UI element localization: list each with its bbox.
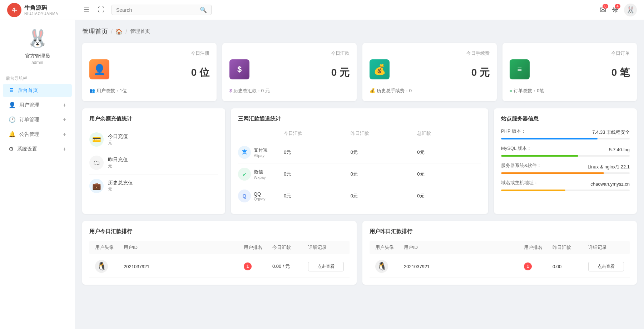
yesterday-row-rank-badge: 1 bbox=[524, 262, 532, 270]
server-domain-value: chaowan.ymysz.cn bbox=[590, 181, 630, 187]
today-col-rank: 用户排名 bbox=[244, 244, 272, 251]
server-domain-progress bbox=[501, 190, 630, 191]
alipay-yesterday: 0元 bbox=[351, 149, 415, 156]
recharge-title: 用户余额充值统计 bbox=[89, 116, 218, 122]
search-box: 🔍 bbox=[112, 5, 212, 15]
fee-footer-label: 历史总手续费：0 bbox=[377, 88, 412, 93]
payment-row-alipay: 支 支付宝 Alipay 0元 0元 0元 bbox=[238, 142, 481, 163]
server-os-fill bbox=[501, 172, 604, 174]
sidebar-item-user[interactable]: 👤 用户管理 + bbox=[3, 98, 72, 112]
server-mysql-fill bbox=[501, 155, 578, 157]
today-row-rank-cell: 1 bbox=[244, 262, 272, 270]
recharge-yesterday-icon: 🗂 bbox=[89, 156, 104, 170]
sidebar-label-settings: 系统设置 bbox=[17, 146, 63, 152]
recharge-total-label: 历史总充值 bbox=[108, 180, 218, 186]
stat-card-register-footer: 👥 用户总数：1位 bbox=[89, 84, 209, 94]
nav-controls: ☰ ⛶ 🔍 bbox=[82, 5, 600, 15]
notification-badge: 0 bbox=[603, 4, 608, 9]
sidebar-item-order[interactable]: 🕐 订单管理 + bbox=[3, 113, 72, 127]
server-php-label: PHP 版本： bbox=[501, 128, 526, 134]
recharge-total-info: 历史总充值 元 bbox=[108, 180, 218, 192]
stat-card-fee-header: 今日手续费 bbox=[370, 50, 490, 57]
qq-yesterday: 0元 bbox=[351, 193, 415, 199]
payment-card: 三网汇款通道统计 今日汇款 昨日汇款 总汇款 支 支付宝 Alipay bbox=[231, 108, 488, 214]
server-mysql-value: 5.7.40-log bbox=[609, 147, 630, 152]
payment-qq-cell: Q QQ Qqpay bbox=[238, 190, 281, 202]
wechat-total: 0元 bbox=[417, 171, 481, 177]
wechat-name: 微信 bbox=[254, 169, 266, 175]
alipay-name-block: 支付宝 Alipay bbox=[254, 147, 268, 158]
payment-table: 今日汇款 昨日汇款 总汇款 支 支付宝 Alipay 0元 0元 0元 bbox=[238, 128, 481, 207]
nav-right: ✉ 0 ❋ 4 🐰 bbox=[600, 4, 637, 16]
stat-card-order: 今日订单 ≡ 0 笔 ≡ 订单总数：0笔 bbox=[502, 43, 637, 101]
search-button[interactable]: 🔍 bbox=[200, 6, 207, 13]
yesterday-detail-button[interactable]: 点击查看 bbox=[588, 262, 624, 271]
register-icon: 👤 bbox=[89, 59, 109, 79]
today-row-amount: 0.00 / 元 bbox=[272, 263, 308, 270]
remit-value: 0 元 bbox=[255, 66, 350, 79]
notification-icon[interactable]: ✉ 0 bbox=[600, 5, 606, 15]
notice-expand-icon[interactable]: + bbox=[63, 131, 66, 138]
recharge-today-sub: 元 bbox=[108, 140, 218, 146]
server-php: PHP 版本： 7.4.33 非线程安全 bbox=[501, 128, 630, 139]
order-value: 0 笔 bbox=[535, 66, 630, 79]
yesterday-row-amount: 0.00 bbox=[553, 264, 588, 269]
today-row-id: 2021037921 bbox=[124, 264, 244, 269]
fullscreen-icon-button[interactable]: ⛶ bbox=[96, 5, 106, 15]
user-expand-icon[interactable]: + bbox=[63, 102, 66, 108]
sidebar-item-settings[interactable]: ⚙ 系统设置 + bbox=[3, 142, 72, 156]
today-col-id: 用户ID bbox=[124, 244, 244, 251]
fee-value: 0 元 bbox=[395, 66, 490, 79]
breadcrumb: 管理首页 / 🏠 / 管理首页 bbox=[82, 27, 637, 36]
middle-row: 用户余额充值统计 💳 今日充值 元 🗂 昨日充值 元 💼 历史总充值 bbox=[82, 108, 637, 214]
wechat-icon: ✓ bbox=[238, 168, 251, 181]
server-title: 站点服务器信息 bbox=[501, 116, 630, 122]
qq-name-block: QQ Qqpay bbox=[254, 191, 265, 201]
yesterday-ranking-header: 用户头像 用户ID 用户排名 昨日汇款 详细记录 bbox=[370, 241, 630, 254]
user-avatar: 🐰 bbox=[26, 27, 49, 50]
recharge-item-total: 💼 历史总充值 元 bbox=[89, 175, 218, 197]
recharge-today-info: 今日充值 元 bbox=[108, 133, 218, 146]
server-php-value: 7.4.33 非线程安全 bbox=[592, 129, 630, 136]
today-ranking-card: 用户今日汇款排行 用户头像 用户ID 用户排名 今日汇款 详细记录 🐧 2021… bbox=[82, 221, 357, 285]
stat-card-fee-body: 💰 0 元 bbox=[370, 59, 490, 79]
breadcrumb-sep2: / bbox=[125, 28, 127, 35]
server-php-row: PHP 版本： 7.4.33 非线程安全 bbox=[501, 128, 630, 137]
today-ranking-table: 用户头像 用户ID 用户排名 今日汇款 详细记录 🐧 2021037921 1 … bbox=[89, 241, 350, 278]
sidebar-label-notice: 公告管理 bbox=[19, 131, 63, 138]
qq-today: 0元 bbox=[284, 193, 348, 199]
order-expand-icon[interactable]: + bbox=[63, 117, 66, 123]
today-row-avatar: 🐧 bbox=[95, 260, 108, 273]
today-detail-button[interactable]: 点击查看 bbox=[308, 262, 344, 271]
wechat-today: 0元 bbox=[284, 171, 348, 177]
apps-icon[interactable]: ❋ 4 bbox=[612, 5, 618, 15]
sidebar-item-notice[interactable]: 🔔 公告管理 + bbox=[3, 127, 72, 141]
today-row-rank-badge: 1 bbox=[244, 262, 252, 270]
payment-col2: 昨日汇款 bbox=[351, 130, 415, 137]
sidebar-label-user: 用户管理 bbox=[19, 102, 63, 108]
server-mysql-row: MySQL 版本： 5.7.40-log bbox=[501, 145, 630, 154]
payment-col3: 总汇款 bbox=[417, 130, 481, 137]
qq-sub: Qqpay bbox=[254, 197, 265, 201]
stat-card-fee: 今日手续费 💰 0 元 💰 历史总手续费：0 bbox=[362, 43, 497, 101]
search-input[interactable] bbox=[116, 7, 200, 13]
server-mysql-label: MySQL 版本： bbox=[501, 145, 531, 152]
recharge-item-today: 💳 今日充值 元 bbox=[89, 128, 218, 151]
menu-icon-button[interactable]: ☰ bbox=[82, 5, 91, 15]
payment-row-qq: Q QQ Qqpay 0元 0元 0元 bbox=[238, 185, 481, 207]
server-os-label: 服务器系统&软件： bbox=[501, 162, 541, 169]
recharge-yesterday-sub: 元 bbox=[108, 163, 218, 169]
stat-card-remit-body: $ 0 元 bbox=[229, 59, 350, 79]
user-role: admin bbox=[31, 60, 43, 65]
settings-expand-icon[interactable]: + bbox=[63, 146, 66, 152]
sidebar-section-label: 后台导航栏 bbox=[0, 71, 75, 83]
user-avatar-header[interactable]: 🐰 bbox=[624, 4, 637, 16]
stat-card-order-footer: ≡ 订单总数：0笔 bbox=[510, 84, 630, 94]
payment-col0 bbox=[238, 130, 281, 137]
logo-cn: 牛角源码 bbox=[24, 4, 58, 12]
wechat-yesterday: 0元 bbox=[351, 171, 415, 177]
server-domain: 域名或主机地址： chaowan.ymysz.cn bbox=[501, 180, 630, 191]
user-icon: 👤 bbox=[9, 102, 16, 108]
alipay-name: 支付宝 bbox=[254, 147, 268, 153]
sidebar-item-home[interactable]: 🖥 后台首页 bbox=[3, 84, 72, 97]
